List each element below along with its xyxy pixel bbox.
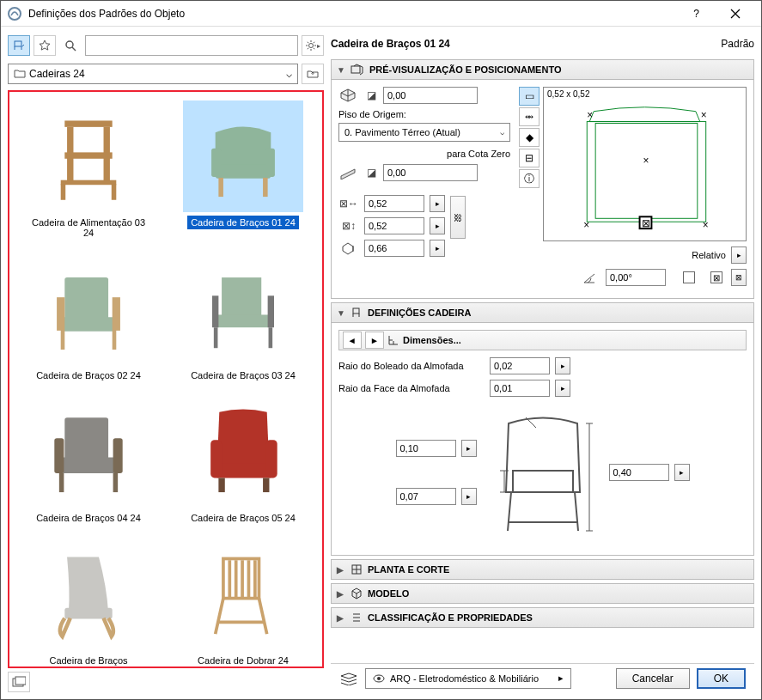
panel-chair: ▼ DEFINIÇÕES CADEIRA ◂ ▸ Dimensões... Ra… <box>331 302 754 556</box>
dim-x-stepper[interactable]: ▸ <box>430 195 445 212</box>
top-elevation-input[interactable] <box>383 87 478 104</box>
svg-rect-31 <box>113 438 123 473</box>
favorites-button[interactable] <box>34 35 56 56</box>
svg-rect-26 <box>214 327 218 348</box>
folder-dropdown[interactable]: Cadeiras 24 ⌵ <box>8 64 298 84</box>
library-icon <box>12 676 26 688</box>
library-item[interactable]: Cadeira de Braços 04 24 <box>13 391 164 530</box>
cushion-face-label: Raio da Face da Almofada <box>338 383 485 393</box>
cancel-button[interactable]: Cancelar <box>616 668 690 689</box>
panel-model-header[interactable]: ▶ MODELO <box>331 583 754 604</box>
next-page-button[interactable]: ▸ <box>365 332 384 349</box>
library-item[interactable]: Cadeira de Braços 02 24 <box>13 248 164 387</box>
panel-model-title: MODELO <box>368 588 409 599</box>
panels-scroll[interactable]: ▼ PRÉ-VISUALIZAÇÃO E POSICIONAMENTO ◪ <box>331 59 754 663</box>
view-symbol-button[interactable]: ▭ <box>519 87 539 106</box>
svg-point-2 <box>66 41 73 48</box>
view-info-button[interactable]: ⓘ <box>519 169 539 188</box>
dim-z-stepper[interactable]: ▸ <box>430 240 445 257</box>
svg-rect-37 <box>218 478 224 492</box>
mirror-x-check[interactable] <box>683 271 695 283</box>
svg-rect-34 <box>216 464 272 478</box>
plan-preview[interactable]: 0,52 x 0,52 ×× × ×× <box>543 87 747 241</box>
library-grid: Cadeira de Alimentação 03 24Cadeira de B… <box>13 95 319 668</box>
svg-rect-15 <box>265 149 275 177</box>
relative-stepper[interactable]: ▸ <box>731 247 747 264</box>
svg-rect-35 <box>210 440 222 478</box>
folder-up-icon <box>307 69 319 79</box>
svg-rect-12 <box>218 178 223 197</box>
svg-rect-32 <box>59 473 64 492</box>
library-item[interactable]: Cadeira de Dobrar 24 <box>168 533 319 668</box>
search-button[interactable] <box>59 35 82 56</box>
link-dimensions-toggle[interactable]: ⛓ <box>450 196 466 239</box>
up-folder-button[interactable] <box>302 64 324 84</box>
prev-page-button[interactable]: ◂ <box>343 332 362 349</box>
svg-rect-11 <box>216 164 271 179</box>
diagram-d1-stepper[interactable]: ▸ <box>461 440 477 457</box>
diagram-d3-input[interactable] <box>609 464 669 481</box>
list-icon <box>351 612 363 624</box>
browse-library-button[interactable] <box>8 35 30 56</box>
dim-z-input[interactable] <box>364 240 424 257</box>
close-button[interactable] <box>716 1 754 27</box>
svg-rect-36 <box>266 440 277 478</box>
diagram-d3-stepper[interactable]: ▸ <box>674 464 690 481</box>
svg-rect-42 <box>15 677 26 685</box>
search-input[interactable] <box>85 35 298 56</box>
panel-preview-header[interactable]: ▼ PRÉ-VISUALIZAÇÃO E POSICIONAMENTO <box>331 59 754 80</box>
app-icon <box>8 7 21 21</box>
svg-rect-38 <box>263 478 269 492</box>
cushion-fillet-input[interactable] <box>490 357 550 374</box>
panel-preview-title: PRÉ-VISUALIZAÇÃO E POSICIONAMENTO <box>369 64 561 75</box>
item-thumbnail <box>183 253 303 365</box>
layer-dropdown[interactable]: ARQ - Eletrodoméstico & Mobiliário ▸ <box>365 668 571 689</box>
dim-z-icon <box>338 240 359 257</box>
cushion-face-stepper[interactable]: ▸ <box>555 380 570 397</box>
ok-button[interactable]: OK <box>697 668 746 689</box>
chevron-right-icon: ▸ <box>558 673 564 684</box>
cushion-fillet-stepper[interactable]: ▸ <box>555 357 570 374</box>
panel-chair-header[interactable]: ▼ DEFINIÇÕES CADEIRA <box>331 302 754 323</box>
dim-x-input[interactable] <box>364 195 424 212</box>
help-button[interactable]: ? <box>677 1 716 27</box>
collapse-icon: ▼ <box>337 308 345 318</box>
library-manager-button[interactable] <box>8 672 30 692</box>
library-item[interactable]: Cadeira de Alimentação 03 24 <box>13 95 164 245</box>
angle-input[interactable] <box>606 269 666 286</box>
panel-class-header[interactable]: ▶ CLASSIFICAÇÃO E PROPRIEDADES <box>331 607 754 628</box>
hotspot-dims: 0,52 x 0,52 <box>547 89 589 99</box>
folder-icon <box>14 69 26 79</box>
svg-text:×: × <box>703 219 709 231</box>
svg-rect-16 <box>64 277 108 321</box>
anchor-icon: ◪ <box>364 164 378 181</box>
dim-y-stepper[interactable]: ▸ <box>430 217 445 234</box>
dialog-body: ▸ Cadeiras 24 ⌵ Cadeira de Alimentação 0… <box>1 27 761 699</box>
angle-icon <box>580 269 600 286</box>
library-item[interactable]: Cadeira de Braços 01 24 <box>168 95 319 245</box>
library-item[interactable]: Cadeira de Braços 05 24 <box>168 391 319 530</box>
settings-button[interactable]: ▸ <box>302 35 324 56</box>
library-item[interactable]: Cadeira de Braços 03 24 <box>168 248 319 387</box>
diagram-d1-input[interactable] <box>396 440 456 457</box>
view-elev-button[interactable]: ⊟ <box>519 149 539 167</box>
eye-icon <box>373 674 385 683</box>
view-front-button[interactable]: ⥈ <box>519 107 539 126</box>
mirror-stepper[interactable]: ⊠ <box>731 269 747 286</box>
svg-rect-29 <box>59 457 118 472</box>
cushion-face-input[interactable] <box>490 380 550 397</box>
panel-plan-header[interactable]: ▶ PLANTA E CORTE <box>331 559 754 580</box>
zero-elevation-input[interactable] <box>383 164 478 181</box>
home-story-dropdown[interactable]: 0. Pavimento Térreo (Atual) ⌵ <box>338 123 510 142</box>
svg-rect-17 <box>61 317 117 332</box>
dim-y-input[interactable] <box>364 217 424 234</box>
diagram-d2-input[interactable] <box>396 488 456 505</box>
view-3d-button[interactable]: ◆ <box>519 128 539 147</box>
mirror-y-check[interactable]: ⊠ <box>710 271 722 283</box>
item-thumbnail <box>28 253 149 365</box>
library-item[interactable]: Cadeira de Braços Escandinava 24 <box>13 533 164 668</box>
svg-text:×: × <box>643 155 649 167</box>
item-label: Cadeira de Braços 01 24 <box>187 216 299 229</box>
diagram-d2-stepper[interactable]: ▸ <box>461 488 477 505</box>
dim-x-icon: ⊠↔ <box>338 195 359 212</box>
